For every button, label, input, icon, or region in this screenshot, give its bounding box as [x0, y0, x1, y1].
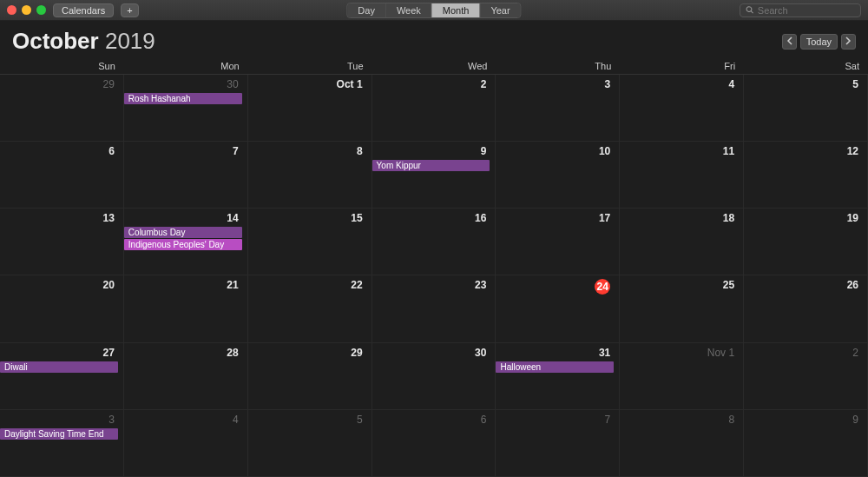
month-grid: 2930Rosh HashanahOct 123456789Yom Kippur…	[0, 75, 868, 477]
day-cell[interactable]: 8	[248, 142, 372, 209]
day-cell[interactable]: 30	[372, 343, 496, 410]
day-cell[interactable]: 10	[496, 142, 620, 209]
day-cell[interactable]: 29	[248, 343, 372, 410]
day-cell[interactable]: 5	[744, 75, 868, 142]
day-cell[interactable]: 15	[248, 209, 372, 275]
prev-month-button[interactable]	[782, 34, 797, 50]
day-number: 31	[496, 347, 614, 359]
day-cell[interactable]: 16	[372, 209, 496, 275]
day-cell[interactable]: 8	[620, 410, 744, 477]
day-cell[interactable]: 31Halloween	[496, 343, 620, 410]
day-number: 20	[0, 279, 118, 291]
day-cell[interactable]: 26	[744, 275, 868, 342]
day-number: 10	[496, 145, 614, 157]
day-cell[interactable]: 3	[496, 75, 620, 142]
events-container: Diwali	[0, 361, 118, 373]
toolbar: Calendars + Day Week Month Year	[0, 0, 868, 21]
page-title: October 2019	[12, 28, 155, 55]
day-number: Nov 1	[620, 347, 738, 359]
month-nav: Today	[782, 34, 856, 50]
chevron-right-icon	[845, 36, 852, 45]
day-number: 8	[248, 145, 366, 157]
day-cell[interactable]: 27Diwali	[0, 343, 124, 410]
calendar-event[interactable]: Columbus Day	[124, 227, 242, 238]
fullscreen-icon[interactable]	[36, 5, 46, 15]
search-input[interactable]	[758, 5, 855, 16]
dow-sat: Sat	[744, 58, 868, 74]
day-cell[interactable]: 30Rosh Hashanah	[124, 75, 248, 142]
next-month-button[interactable]	[841, 34, 856, 50]
day-number: 8	[620, 414, 738, 426]
day-cell[interactable]: 11	[620, 142, 744, 209]
day-number: 2	[372, 78, 490, 90]
day-number: 15	[248, 212, 366, 224]
day-cell[interactable]: 4	[124, 410, 248, 477]
day-number: 17	[496, 212, 614, 224]
day-cell[interactable]: 29	[0, 75, 124, 142]
view-week-button[interactable]: Week	[386, 3, 432, 17]
day-number: 5	[248, 414, 366, 426]
day-cell[interactable]: 6	[372, 410, 496, 477]
search-icon	[746, 5, 754, 15]
day-cell[interactable]: 25	[620, 275, 744, 342]
calendar-event[interactable]: Daylight Saving Time End	[0, 428, 118, 440]
day-cell[interactable]: 17	[496, 209, 620, 275]
day-cell[interactable]: 2	[744, 343, 868, 410]
day-number: 23	[372, 279, 490, 291]
dow-mon: Mon	[124, 58, 248, 74]
day-cell[interactable]: Nov 1	[620, 343, 744, 410]
day-number: 2	[744, 347, 862, 359]
search-field[interactable]	[740, 3, 861, 17]
close-icon[interactable]	[7, 5, 16, 15]
add-event-button[interactable]: +	[121, 3, 138, 17]
minimize-icon[interactable]	[22, 5, 31, 15]
calendar-event[interactable]: Rosh Hashanah	[124, 93, 242, 104]
day-number: 19	[744, 212, 862, 224]
calendar-event[interactable]: Diwali	[0, 361, 118, 373]
day-cell[interactable]: 12	[744, 142, 868, 209]
events-container: Halloween	[496, 361, 614, 373]
day-number: 9	[372, 145, 490, 157]
events-container: Rosh Hashanah	[124, 93, 242, 104]
calendars-button[interactable]: Calendars	[53, 3, 114, 17]
view-day-button[interactable]: Day	[347, 3, 386, 17]
events-container: Daylight Saving Time End	[0, 428, 118, 440]
day-cell[interactable]: 14Columbus DayIndigenous Peoples' Day	[124, 209, 248, 275]
day-cell[interactable]: 4	[620, 75, 744, 142]
day-cell[interactable]: 21	[124, 275, 248, 342]
day-cell[interactable]: 19	[744, 209, 868, 275]
day-number: 7	[496, 414, 614, 426]
view-month-button[interactable]: Month	[432, 3, 481, 17]
day-cell[interactable]: Oct 1	[248, 75, 372, 142]
day-cell[interactable]: 13	[0, 209, 124, 275]
day-cell[interactable]: 28	[124, 343, 248, 410]
day-number: 5	[744, 78, 862, 90]
calendar-event[interactable]: Halloween	[496, 361, 614, 373]
day-cell[interactable]: 7	[496, 410, 620, 477]
day-number: 25	[620, 279, 738, 291]
title-month: October	[12, 28, 99, 54]
chevron-left-icon	[786, 36, 792, 45]
day-number: 4	[124, 414, 242, 426]
day-cell[interactable]: 24	[496, 275, 620, 342]
title-year: 2019	[105, 28, 155, 54]
day-cell[interactable]: 22	[248, 275, 372, 342]
day-cell[interactable]: 23	[372, 275, 496, 342]
day-cell[interactable]: 6	[0, 142, 124, 209]
day-cell[interactable]: 3Daylight Saving Time End	[0, 410, 124, 477]
day-cell[interactable]: 7	[124, 142, 248, 209]
day-cell[interactable]: 9	[744, 410, 868, 477]
day-cell[interactable]: 2	[372, 75, 496, 142]
day-number: 3	[0, 414, 118, 426]
day-cell[interactable]: 9Yom Kippur	[372, 142, 496, 209]
day-cell[interactable]: 20	[0, 275, 124, 342]
day-number: 3	[496, 78, 614, 90]
day-number: 24	[496, 279, 614, 295]
calendar-event[interactable]: Indigenous Peoples' Day	[124, 239, 242, 250]
day-cell[interactable]: 18	[620, 209, 744, 275]
today-button[interactable]: Today	[800, 34, 838, 50]
calendar-event[interactable]: Yom Kippur	[372, 160, 490, 171]
day-number: 30	[124, 78, 242, 90]
view-year-button[interactable]: Year	[480, 3, 520, 17]
day-cell[interactable]: 5	[248, 410, 372, 477]
